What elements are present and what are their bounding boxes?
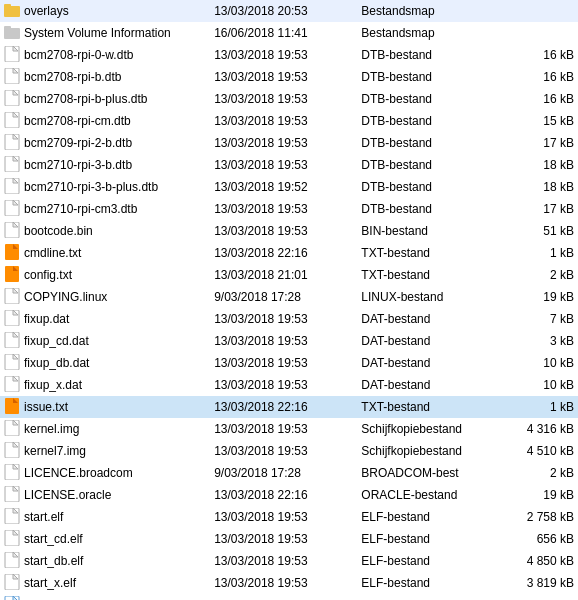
- file-size-cell: 16 kB: [504, 88, 578, 110]
- svg-rect-23: [5, 244, 19, 260]
- file-name-cell: cmdline.txt: [0, 242, 210, 264]
- file-type-cell: DTB-bestand: [357, 198, 504, 220]
- file-generic-icon: [4, 530, 20, 546]
- file-list: overlays13/03/2018 20:53Bestandsmap Syst…: [0, 0, 578, 600]
- file-name: bcm2710-rpi-3-b-plus.dtb: [24, 180, 158, 194]
- file-date-cell: 16/06/2018 11:41: [210, 22, 357, 44]
- table-row[interactable]: fixup_db.dat13/03/2018 19:53DAT-bestand1…: [0, 352, 578, 374]
- file-name: overlays: [24, 4, 69, 18]
- file-name: fixup_cd.dat: [24, 334, 89, 348]
- file-type-cell: DTB-bestand: [357, 176, 504, 198]
- file-name: start_x.elf: [24, 576, 76, 590]
- table-row[interactable]: LICENSE.oracle13/03/2018 22:16ORACLE-bes…: [0, 484, 578, 506]
- table-row[interactable]: LICENCE.broadcom9/03/2018 17:28BROADCOM-…: [0, 462, 578, 484]
- table-row[interactable]: start.elf13/03/2018 19:53ELF-bestand2 75…: [0, 506, 578, 528]
- table-row[interactable]: kernel.img13/03/2018 19:53Schijfkopiebes…: [0, 418, 578, 440]
- file-size-cell: 15 kB: [504, 110, 578, 132]
- file-name-cell: bcm2709-rpi-2-b.dtb: [0, 132, 210, 154]
- table-row[interactable]: bcm2708-rpi-0-w.dtb13/03/2018 19:53DTB-b…: [0, 44, 578, 66]
- folder-yellow-icon: [4, 2, 20, 18]
- table-row[interactable]: bootcode.bin13/03/2018 19:53BIN-bestand5…: [0, 220, 578, 242]
- file-name-cell: fixup_x.dat: [0, 374, 210, 396]
- table-row[interactable]: kernel7.img13/03/2018 19:53Schijfkopiebe…: [0, 440, 578, 462]
- file-name-cell: start_cd.elf: [0, 528, 210, 550]
- svg-rect-35: [5, 376, 19, 392]
- svg-rect-31: [5, 332, 19, 348]
- file-orange-icon: [4, 398, 20, 414]
- table-row[interactable]: start_cd.elf13/03/2018 19:53ELF-bestand6…: [0, 528, 578, 550]
- file-name-cell: bcm2710-rpi-3-b.dtb: [0, 154, 210, 176]
- file-date-cell: 13/03/2018 19:53: [210, 330, 357, 352]
- file-name: COPYING.linux: [24, 290, 107, 304]
- file-name-cell: LICENCE.broadcom: [0, 462, 210, 484]
- svg-rect-29: [5, 310, 19, 326]
- svg-rect-13: [5, 134, 19, 150]
- file-size-cell: 10 kB: [504, 352, 578, 374]
- table-row[interactable]: ssh7/06/2018 16:39Bestand0 kB: [0, 594, 578, 600]
- table-row[interactable]: cmdline.txt13/03/2018 22:16TXT-bestand1 …: [0, 242, 578, 264]
- table-row[interactable]: System Volume Information16/06/2018 11:4…: [0, 22, 578, 44]
- file-size-cell: 19 kB: [504, 286, 578, 308]
- file-generic-icon: [4, 46, 20, 62]
- table-row[interactable]: bcm2708-rpi-b.dtb13/03/2018 19:53DTB-bes…: [0, 66, 578, 88]
- table-row[interactable]: issue.txt13/03/2018 22:16TXT-bestand1 kB: [0, 396, 578, 418]
- file-type-cell: Bestandsmap: [357, 0, 504, 22]
- svg-rect-17: [5, 178, 19, 194]
- table-row[interactable]: bcm2710-rpi-cm3.dtb13/03/2018 19:53DTB-b…: [0, 198, 578, 220]
- file-date-cell: 13/03/2018 20:53: [210, 0, 357, 22]
- file-size-cell: 19 kB: [504, 484, 578, 506]
- file-name-cell: bcm2708-rpi-b.dtb: [0, 66, 210, 88]
- file-name: bcm2708-rpi-b.dtb: [24, 70, 121, 84]
- svg-rect-53: [5, 574, 19, 590]
- file-date-cell: 13/03/2018 19:53: [210, 198, 357, 220]
- file-name-cell: start.elf: [0, 506, 210, 528]
- table-row[interactable]: bcm2708-rpi-cm.dtb13/03/2018 19:53DTB-be…: [0, 110, 578, 132]
- folder-gray-icon: [4, 24, 20, 40]
- file-type-cell: ELF-bestand: [357, 572, 504, 594]
- file-type-cell: DAT-bestand: [357, 308, 504, 330]
- file-date-cell: 13/03/2018 19:53: [210, 44, 357, 66]
- svg-rect-51: [5, 552, 19, 568]
- file-size-cell: 1 kB: [504, 396, 578, 418]
- file-date-cell: 13/03/2018 19:53: [210, 110, 357, 132]
- file-type-cell: Schijfkopiebestand: [357, 418, 504, 440]
- file-name: kernel7.img: [24, 444, 86, 458]
- file-date-cell: 13/03/2018 19:53: [210, 132, 357, 154]
- file-type-cell: TXT-bestand: [357, 264, 504, 286]
- file-type-cell: TXT-bestand: [357, 242, 504, 264]
- file-name-cell: config.txt: [0, 264, 210, 286]
- table-row[interactable]: bcm2708-rpi-b-plus.dtb13/03/2018 19:53DT…: [0, 88, 578, 110]
- file-generic-icon: [4, 464, 20, 480]
- svg-rect-45: [5, 486, 19, 502]
- table-row[interactable]: fixup.dat13/03/2018 19:53DAT-bestand7 kB: [0, 308, 578, 330]
- file-name-cell: ssh: [0, 594, 210, 600]
- table-row[interactable]: bcm2709-rpi-2-b.dtb13/03/2018 19:53DTB-b…: [0, 132, 578, 154]
- file-name: start.elf: [24, 510, 63, 524]
- table-row[interactable]: start_db.elf13/03/2018 19:53ELF-bestand4…: [0, 550, 578, 572]
- table-row[interactable]: config.txt13/03/2018 21:01TXT-bestand2 k…: [0, 264, 578, 286]
- file-name: fixup_x.dat: [24, 378, 82, 392]
- table-row[interactable]: bcm2710-rpi-3-b-plus.dtb13/03/2018 19:52…: [0, 176, 578, 198]
- file-generic-icon: [4, 90, 20, 106]
- file-generic-icon: [4, 156, 20, 172]
- file-date-cell: 13/03/2018 19:53: [210, 352, 357, 374]
- table-row[interactable]: fixup_x.dat13/03/2018 19:53DAT-bestand10…: [0, 374, 578, 396]
- table-row[interactable]: bcm2710-rpi-3-b.dtb13/03/2018 19:53DTB-b…: [0, 154, 578, 176]
- file-generic-icon: [4, 178, 20, 194]
- file-generic-icon: [4, 508, 20, 524]
- file-date-cell: 13/03/2018 19:53: [210, 220, 357, 242]
- file-name-cell: fixup_db.dat: [0, 352, 210, 374]
- table-row[interactable]: overlays13/03/2018 20:53Bestandsmap: [0, 0, 578, 22]
- table-row[interactable]: fixup_cd.dat13/03/2018 19:53DAT-bestand3…: [0, 330, 578, 352]
- file-size-cell: 2 kB: [504, 264, 578, 286]
- file-orange-icon: [4, 266, 20, 282]
- file-date-cell: 13/03/2018 19:53: [210, 550, 357, 572]
- table-row[interactable]: COPYING.linux9/03/2018 17:28LINUX-bestan…: [0, 286, 578, 308]
- file-size-cell: [504, 22, 578, 44]
- table-row[interactable]: start_x.elf13/03/2018 19:53ELF-bestand3 …: [0, 572, 578, 594]
- file-type-cell: DTB-bestand: [357, 66, 504, 88]
- file-date-cell: 13/03/2018 19:53: [210, 374, 357, 396]
- file-name-cell: bcm2708-rpi-cm.dtb: [0, 110, 210, 132]
- file-date-cell: 13/03/2018 19:53: [210, 418, 357, 440]
- file-size-cell: 4 510 kB: [504, 440, 578, 462]
